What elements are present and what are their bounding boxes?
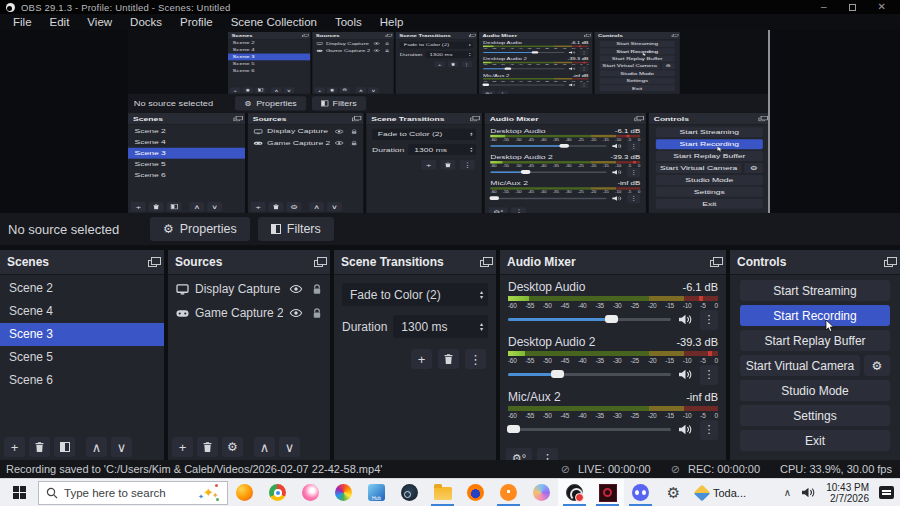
- source-properties-button[interactable]: ⚙: [222, 437, 243, 457]
- add-source-button[interactable]: +: [314, 87, 325, 93]
- slider-handle[interactable]: [551, 370, 564, 378]
- channel-menu-button[interactable]: ⋮: [627, 141, 640, 151]
- taskbar-icon-chrome[interactable]: [261, 479, 294, 506]
- slider-handle[interactable]: [505, 67, 512, 69]
- start-streaming-button[interactable]: Start Streaming: [740, 280, 890, 301]
- move-scene-down-button[interactable]: ∨: [207, 202, 222, 212]
- volume-slider[interactable]: [508, 420, 671, 439]
- properties-button[interactable]: ⚙ Properties: [235, 96, 306, 110]
- add-transition-button[interactable]: +: [421, 160, 436, 170]
- speaker-icon[interactable]: [568, 83, 576, 87]
- volume-slider[interactable]: [490, 194, 606, 203]
- popout-icon[interactable]: [634, 118, 640, 121]
- popout-icon[interactable]: [584, 35, 589, 37]
- close-button[interactable]: ✕: [878, 2, 886, 12]
- mixer-menu-button[interactable]: ⋮: [537, 448, 558, 460]
- move-source-down-button[interactable]: ∨: [327, 202, 342, 212]
- remove-scene-button[interactable]: [29, 437, 50, 457]
- scene-item[interactable]: Scene 5: [228, 60, 310, 67]
- add-source-button[interactable]: +: [251, 202, 266, 212]
- source-item[interactable]: Game Capture 2: [312, 47, 393, 54]
- taskbar-clock[interactable]: 10:43 PM 2/7/2026: [826, 482, 869, 504]
- add-scene-button[interactable]: +: [131, 202, 146, 212]
- remove-transition-button[interactable]: [440, 160, 455, 170]
- remove-transition-button[interactable]: [438, 349, 459, 369]
- move-scene-up-button[interactable]: ∧: [189, 202, 204, 212]
- virtual-camera-settings-button[interactable]: ⚙: [864, 355, 890, 376]
- duration-input[interactable]: 1300 ms ▴▾: [393, 315, 488, 338]
- move-scene-up-button[interactable]: ∧: [86, 437, 107, 457]
- channel-menu-button[interactable]: ⋮: [700, 420, 718, 440]
- start-replay-buffer-button[interactable]: Start Replay Buffer: [656, 151, 763, 161]
- spinner-arrows-icon[interactable]: ▴▾: [470, 147, 476, 152]
- taskbar-icon-obs[interactable]: [558, 479, 591, 506]
- transition-select[interactable]: Fade to Color (2) ▴▾: [400, 42, 473, 49]
- move-scene-down-button[interactable]: ∨: [284, 87, 295, 93]
- duration-input[interactable]: 1300 ms ▴▾: [409, 144, 477, 155]
- taskbar-icon-cortana[interactable]: [327, 479, 360, 506]
- scene-filters-button[interactable]: [167, 202, 182, 212]
- slider-handle[interactable]: [482, 84, 489, 86]
- start-streaming-button[interactable]: Start Streaming: [599, 41, 674, 47]
- source-item[interactable]: Display Capture 2: [168, 277, 330, 301]
- channel-menu-button[interactable]: ⋮: [700, 365, 718, 385]
- taskbar-icon-hub[interactable]: Hub: [360, 479, 393, 506]
- start-virtual-camera-button[interactable]: Start Virtual Camera: [740, 355, 860, 376]
- start-streaming-button[interactable]: Start Streaming: [656, 127, 763, 137]
- slider-handle[interactable]: [605, 315, 618, 323]
- add-scene-button[interactable]: +: [4, 437, 25, 457]
- move-source-down-button[interactable]: ∨: [368, 87, 379, 93]
- speaker-icon[interactable]: [568, 51, 576, 55]
- move-scene-down-button[interactable]: ∨: [111, 437, 132, 457]
- lock-icon[interactable]: [312, 308, 322, 319]
- popout-icon[interactable]: [234, 118, 240, 121]
- restore-button[interactable]: [849, 4, 856, 11]
- preview-area[interactable]: Scenes Scene 2Scene 4Scene 3Scene 5Scene…: [0, 30, 900, 213]
- transition-select[interactable]: Fade to Color (2) ▴▾: [342, 283, 488, 306]
- speaker-icon[interactable]: [678, 368, 693, 381]
- volume-tray-icon[interactable]: [801, 486, 816, 499]
- channel-menu-button[interactable]: ⋮: [579, 50, 588, 56]
- start-recording-button[interactable]: Start Recording: [740, 305, 890, 326]
- scene-item[interactable]: Scene 4: [228, 47, 310, 54]
- duration-input[interactable]: 1300 ms ▴▾: [425, 51, 473, 58]
- menu-scene-collection[interactable]: Scene Collection: [222, 16, 326, 28]
- source-properties-button[interactable]: ⚙: [286, 202, 301, 212]
- exit-button[interactable]: Exit: [740, 430, 890, 451]
- remove-source-button[interactable]: [269, 202, 284, 212]
- scene-item[interactable]: Scene 3: [228, 54, 310, 61]
- popout-icon[interactable]: [884, 260, 893, 267]
- remove-source-button[interactable]: [197, 437, 218, 457]
- minimize-button[interactable]: –: [821, 2, 827, 12]
- popout-icon[interactable]: [710, 260, 719, 267]
- menu-file[interactable]: File: [4, 16, 41, 28]
- volume-slider[interactable]: [508, 365, 671, 384]
- start-virtual-camera-button[interactable]: Start Virtual Camera: [599, 63, 659, 69]
- taskbar-icon-snipping-tool[interactable]: [294, 479, 327, 506]
- remove-scene-button[interactable]: [243, 87, 254, 93]
- start-replay-buffer-button[interactable]: Start Replay Buffer: [740, 330, 890, 351]
- studio-mode-button[interactable]: Studio Mode: [599, 70, 674, 76]
- volume-slider[interactable]: [490, 168, 606, 177]
- channel-menu-button[interactable]: ⋮: [700, 310, 718, 330]
- source-properties-button[interactable]: ⚙: [339, 87, 350, 93]
- visibility-eye-icon[interactable]: [373, 42, 380, 45]
- hidden-icons-chevron[interactable]: ∧: [784, 487, 791, 498]
- slider-handle[interactable]: [490, 196, 499, 200]
- popout-icon[interactable]: [480, 260, 489, 267]
- move-source-up-button[interactable]: ∧: [356, 87, 367, 93]
- move-source-down-button[interactable]: ∨: [279, 437, 300, 457]
- scene-item[interactable]: Scene 2: [228, 40, 310, 47]
- filters-button[interactable]: Filters: [312, 96, 366, 110]
- remove-source-button[interactable]: [327, 87, 338, 93]
- lock-icon[interactable]: [385, 42, 390, 45]
- transition-menu-button[interactable]: ⋮: [461, 61, 472, 67]
- transition-menu-button[interactable]: ⋮: [465, 349, 486, 369]
- popout-icon[interactable]: [759, 118, 765, 121]
- source-item[interactable]: Display Capture 2: [312, 40, 393, 47]
- volume-slider[interactable]: [483, 66, 565, 72]
- visibility-eye-icon[interactable]: [289, 284, 303, 294]
- remove-scene-button[interactable]: [149, 202, 164, 212]
- menu-edit[interactable]: Edit: [41, 16, 79, 28]
- remove-transition-button[interactable]: [448, 61, 459, 67]
